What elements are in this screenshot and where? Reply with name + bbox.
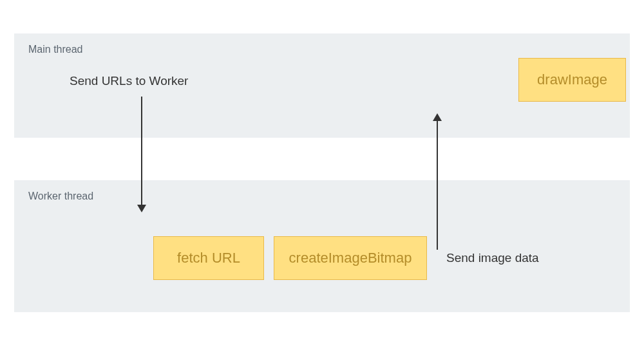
create-image-bitmap-text: createImageBitmap (289, 250, 412, 266)
arrow-down-line (141, 97, 142, 206)
draw-image-box: drawImage (518, 58, 626, 102)
worker-thread-label: Worker thread (28, 191, 93, 202)
arrow-up-line (437, 120, 438, 250)
send-image-data-label: Send image data (446, 251, 539, 265)
arrow-up-head (433, 113, 442, 121)
draw-image-text: drawImage (537, 71, 607, 88)
send-urls-label: Send URLs to Worker (70, 74, 188, 88)
main-thread-label: Main thread (28, 44, 83, 55)
create-image-bitmap-box: createImageBitmap (274, 236, 427, 280)
arrow-down-head (137, 205, 146, 212)
fetch-url-box: fetch URL (153, 236, 264, 280)
fetch-url-text: fetch URL (177, 250, 240, 266)
